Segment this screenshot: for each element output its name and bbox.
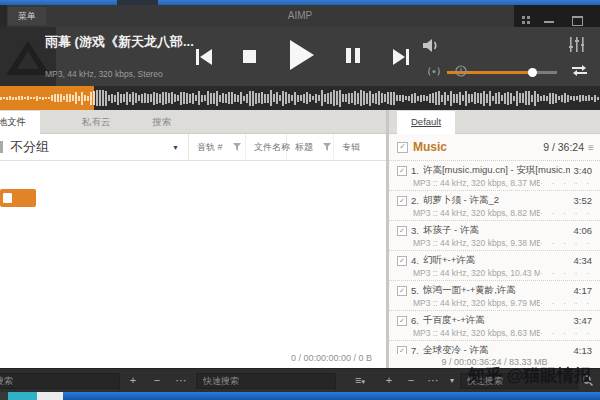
column-header-album[interactable]: 专辑 (334, 134, 386, 160)
track-duration: 3:47 (574, 315, 593, 326)
sort-caret-button[interactable]: ▾ (443, 372, 461, 389)
minimize-button[interactable] (544, 21, 554, 23)
add-button[interactable]: + (124, 372, 142, 389)
playlist-tabbar: Default (389, 110, 600, 134)
filter-icon[interactable] (233, 143, 241, 151)
column-header-title[interactable]: 标题 (287, 134, 334, 160)
pause-button[interactable] (346, 48, 360, 67)
next-icon (391, 49, 409, 65)
playlist-group-header[interactable]: ✓ Music 9 / 36:24 ≡ (389, 134, 600, 161)
tab-local-files[interactable]: 本地文件 (0, 111, 40, 134)
track-number: 6. (411, 315, 419, 326)
track-row-title: 许嵩[music.migu.cn] - 安琪[music.migu.cn] (423, 164, 570, 177)
play-button[interactable] (288, 40, 314, 70)
track-row-title: 全球变冷 - 许嵩 (423, 344, 570, 354)
orange-popup-fragment[interactable] (0, 189, 36, 207)
track-rating-dots[interactable]: · · · · · (540, 298, 592, 308)
playlist-more-button[interactable]: ⋯ (424, 372, 442, 389)
column-header-track-number[interactable]: 音轨 # (189, 134, 246, 160)
tab-playlist-default[interactable]: Default (397, 111, 455, 134)
track-rating-dots[interactable]: · · · · · (540, 208, 592, 218)
equalizer-icon[interactable] (569, 37, 584, 52)
taskbar-segment-teal[interactable] (8, 392, 37, 400)
playlist-menu-button[interactable]: ≡▾ (348, 372, 372, 389)
track-title: 雨幕 (游戏《新天龙八部... (45, 33, 275, 51)
track-rating-dots[interactable]: · · · · · (540, 268, 592, 278)
maximize-button[interactable] (572, 16, 583, 26)
left-panel-status: 0 / 00:00:00:00 / 0 B (0, 348, 386, 368)
track-row[interactable]: ✓ 3. 坏孩子 - 许嵩 4:06 MP3 :: 44 kHz, 320 kb… (389, 221, 600, 251)
window-title: AIMP (0, 5, 600, 27)
track-row[interactable]: ✓ 7. 全球变冷 - 许嵩 4:13 · · · · · (389, 341, 600, 354)
broadcast-icon[interactable] (426, 66, 442, 77)
list-header-row: 不分组 ▼ 音轨 # 文件名称 标题 专辑 (0, 134, 386, 161)
titlebar: AIMP 菜单 (0, 5, 600, 27)
track-row-title: 坏孩子 - 许嵩 (423, 224, 570, 237)
file-list-area[interactable] (0, 161, 386, 348)
chevron-down-icon: ▼ (172, 144, 179, 151)
filter-icon[interactable] (323, 143, 331, 151)
track-details: MP3 :: 44 kHz, 320 kbps, 8.37 MB (413, 178, 540, 188)
track-row[interactable]: ✓ 5. 惊鸿一面+-+黄龄,许嵩 4:17 MP3 :: 44 kHz, 32… (389, 281, 600, 311)
remove-button[interactable]: − (148, 372, 166, 389)
track-row[interactable]: ✓ 6. 千百度+-+许嵩 3:47 MP3 :: 44 kHz, 320 kb… (389, 311, 600, 341)
track-checkbox[interactable]: ✓ (397, 166, 407, 176)
track-number: 5. (411, 285, 419, 296)
track-row[interactable]: ✓ 2. 胡萝卜须 - 许嵩_2 3:52 MP3 :: 44 kHz, 320… (389, 191, 600, 221)
track-rating-dots[interactable]: · · · · · (540, 328, 592, 338)
track-number: 7. (411, 345, 419, 354)
repeat-icon[interactable] (572, 64, 587, 77)
track-checkbox[interactable]: ✓ (397, 346, 407, 355)
grouping-dropdown[interactable]: 不分组 ▼ (0, 134, 189, 160)
quick-search-input-left[interactable] (0, 373, 120, 389)
track-rating-dots[interactable]: · · · · · (540, 178, 592, 188)
more-button[interactable]: ⋯ (172, 372, 190, 389)
column-header-filename[interactable]: 文件名称 (246, 134, 287, 160)
track-checkbox[interactable]: ✓ (397, 286, 407, 296)
track-details: MP3 :: 44 kHz, 320 kbps, 8.82 MB (413, 208, 540, 218)
sleep-timer-clock-icon[interactable] (455, 65, 467, 77)
playlist-add-button[interactable]: + (380, 372, 398, 389)
playlist[interactable]: ✓ 1. 许嵩[music.migu.cn] - 安琪[music.migu.c… (389, 161, 600, 354)
track-row-title: 千百度+-+许嵩 (423, 314, 570, 327)
player-bar: 雨幕 (游戏《新天龙八部... MP3, 44 kHz, 320 kbps, S… (0, 27, 600, 86)
stop-button[interactable] (243, 50, 256, 63)
track-checkbox[interactable]: ✓ (397, 226, 407, 236)
group-name: Music (413, 140, 447, 154)
taskbar-segment-white[interactable] (37, 392, 63, 400)
waveform-seekbar[interactable] (0, 86, 600, 110)
dock-grid-icon[interactable] (522, 16, 531, 25)
track-row[interactable]: ✓ 1. 许嵩[music.migu.cn] - 安琪[music.migu.c… (389, 161, 600, 191)
track-details: MP3 :: 44 kHz, 320 kbps, 8.63 MB (413, 328, 540, 338)
group-summary: 9 / 36:24 (543, 141, 584, 153)
volume-knob[interactable] (528, 68, 537, 77)
taskbar-icon[interactable] (0, 392, 8, 400)
track-row[interactable]: ✓ 4. 幻听+-+许嵩 4:34 MP3 :: 44 kHz, 320 kbp… (389, 251, 600, 281)
track-checkbox[interactable]: ✓ (397, 196, 407, 206)
track-duration: 4:13 (574, 345, 593, 354)
track-duration: 3:52 (574, 195, 593, 206)
group-checkbox[interactable]: ✓ (397, 142, 408, 153)
track-details: MP3 :: 44 kHz, 320 kbps, 9.79 MB (413, 298, 540, 308)
track-row-title: 惊鸿一面+-+黄龄,许嵩 (423, 284, 570, 297)
track-checkbox[interactable]: ✓ (397, 256, 407, 266)
menu-button[interactable]: 菜单 (8, 7, 46, 25)
previous-icon (196, 49, 214, 65)
playlist-remove-button[interactable]: − (402, 372, 420, 389)
track-rating-dots[interactable]: · · · · · (540, 238, 592, 248)
left-tabbar: 本地文件 私有云 搜索 (0, 110, 386, 134)
grouping-dropdown-label: 不分组 (10, 138, 172, 156)
tab-search[interactable]: 搜索 (139, 111, 186, 133)
watermark: 知乎 @猫眼情报 (468, 364, 591, 387)
next-button[interactable] (391, 49, 409, 65)
previous-button[interactable] (196, 49, 214, 65)
quick-search-input-center[interactable] (196, 373, 336, 389)
track-number: 4. (411, 255, 419, 266)
tab-private-cloud[interactable]: 私有云 (68, 111, 125, 133)
group-menu-icon[interactable]: ≡ (588, 142, 600, 153)
volume-icon[interactable] (423, 38, 440, 53)
track-row-title: 幻听+-+许嵩 (423, 254, 570, 267)
right-panel: Default ✓ Music 9 / 36:24 ≡ ✓ 1. 许嵩[musi… (389, 110, 600, 368)
track-checkbox[interactable]: ✓ (397, 316, 407, 326)
left-panel: 本地文件 私有云 搜索 不分组 ▼ 音轨 # 文件名称 标题 (0, 110, 386, 368)
